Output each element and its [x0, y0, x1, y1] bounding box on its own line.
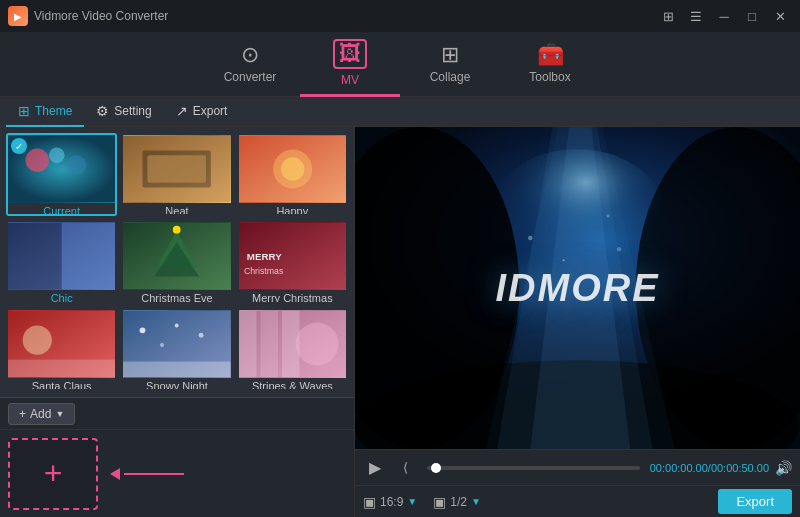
- logo-icon: ▶: [14, 11, 22, 22]
- menu-button[interactable]: ☰: [684, 6, 708, 26]
- aspect-ratio-button[interactable]: ▣ 16:9 ▼: [363, 494, 417, 510]
- theme-item-neat[interactable]: Neat: [121, 133, 232, 216]
- theme-thumb-snowy: [123, 310, 230, 378]
- theme-label-current: Current: [8, 203, 115, 216]
- arrow-indicator: [110, 468, 184, 480]
- export-sub-label: Export: [193, 104, 228, 118]
- resolution-button[interactable]: ▣ 1/2 ▼: [433, 494, 481, 510]
- theme-thumb-stripes: [239, 310, 346, 378]
- theme-item-chic[interactable]: Chic: [6, 220, 117, 303]
- arrow-line: [124, 473, 184, 475]
- resolution-dropdown-icon: ▼: [471, 496, 481, 507]
- theme-label-santa: Santa Claus: [8, 378, 115, 391]
- svg-point-26: [199, 332, 204, 337]
- svg-point-42: [528, 236, 532, 240]
- svg-point-41: [488, 149, 666, 282]
- theme-thumb-happy: [239, 135, 346, 203]
- tab-converter[interactable]: ⊙ Converter: [200, 32, 300, 97]
- subtab-theme[interactable]: ⊞ Theme: [6, 97, 84, 127]
- maximize-button[interactable]: □: [740, 6, 764, 26]
- theme-thumb-christmas: [123, 222, 230, 290]
- ratio-dropdown-icon: ▼: [407, 496, 417, 507]
- minimize-button[interactable]: ─: [712, 6, 736, 26]
- theme-label-chic: Chic: [8, 290, 115, 303]
- export-button[interactable]: Export: [718, 489, 792, 514]
- collage-icon: ⊞: [441, 44, 459, 66]
- converter-icon: ⊙: [241, 44, 259, 66]
- svg-point-1: [26, 149, 49, 172]
- themes-grid: ✓ Current Neat: [0, 127, 354, 397]
- app-title: Vidmore Video Converter: [34, 9, 168, 23]
- add-dropdown-icon: ▼: [55, 409, 64, 419]
- toolbox-icon: 🧰: [537, 44, 564, 66]
- left-panel: ✓ Current Neat: [0, 127, 355, 517]
- svg-rect-30: [239, 310, 257, 376]
- svg-text:Christmas: Christmas: [244, 266, 284, 276]
- theme-label-merry: Merry Christmas: [239, 290, 346, 303]
- theme-thumb-merry: MERRY Christmas: [239, 222, 346, 290]
- theme-thumb-santa: [8, 310, 115, 378]
- tab-toolbox[interactable]: 🧰 Toolbox: [500, 32, 600, 97]
- volume-icon[interactable]: 🔊: [775, 460, 792, 476]
- active-check: ✓: [11, 138, 27, 154]
- svg-point-24: [140, 327, 146, 333]
- theme-label-christmas: Christmas Eve: [123, 290, 230, 303]
- mv-label: MV: [341, 73, 359, 87]
- toolbox-label: Toolbox: [529, 70, 570, 84]
- clip-plus-icon: +: [44, 455, 63, 492]
- svg-point-25: [175, 323, 179, 327]
- play-icon: ▶: [369, 458, 381, 477]
- svg-rect-6: [148, 155, 207, 182]
- bottom-controls: ▣ 16:9 ▼ ▣ 1/2 ▼ Export: [355, 485, 800, 517]
- theme-thumb-neat: [123, 135, 230, 203]
- theme-label-snowy: Snowy Night: [123, 378, 230, 391]
- clip-add-placeholder[interactable]: +: [8, 438, 98, 510]
- theme-label-neat: Neat: [123, 203, 230, 216]
- close-button[interactable]: ✕: [768, 6, 792, 26]
- add-plus-icon: +: [19, 407, 26, 421]
- play-button[interactable]: ▶: [363, 456, 387, 480]
- theme-item-santa-claus[interactable]: Santa Claus: [6, 308, 117, 391]
- svg-point-33: [295, 322, 338, 365]
- preview-area: IDMORE: [355, 127, 800, 449]
- tab-mv[interactable]: 🖼 MV: [300, 32, 400, 97]
- progress-thumb[interactable]: [431, 463, 441, 473]
- theme-label-stripes: Stripes & Waves: [239, 378, 346, 391]
- step-back-button[interactable]: ⟨: [393, 456, 417, 480]
- add-button[interactable]: + Add ▼: [8, 403, 75, 425]
- time-display: 00:00:00.00/00:00:50.00: [650, 462, 769, 474]
- theme-item-christmas-eve[interactable]: Christmas Eve: [121, 220, 232, 303]
- svg-point-45: [617, 247, 621, 251]
- add-label: Add: [30, 407, 51, 421]
- theme-label: Theme: [35, 104, 72, 118]
- content-area: ✓ Current Neat: [0, 127, 800, 517]
- theme-item-happy[interactable]: Happy: [237, 133, 348, 216]
- app-logo: ▶: [8, 6, 28, 26]
- svg-text:MERRY: MERRY: [246, 251, 281, 262]
- theme-label-happy: Happy: [239, 203, 346, 216]
- svg-rect-28: [123, 361, 230, 377]
- clips-area: +: [0, 430, 354, 517]
- title-bar-left: ▶ Vidmore Video Converter: [8, 6, 168, 26]
- svg-point-43: [606, 214, 609, 217]
- right-panel: IDMORE ▶ ⟨ 00:00:00.00/00:00:50.00 🔊 ▣ 1…: [355, 127, 800, 517]
- svg-rect-11: [8, 223, 62, 289]
- svg-point-16: [173, 226, 181, 234]
- ratio-value: 16:9: [380, 495, 403, 509]
- add-bar: + Add ▼: [0, 398, 354, 430]
- svg-point-27: [160, 343, 164, 347]
- progress-bar[interactable]: [427, 466, 640, 470]
- subtab-setting[interactable]: ⚙ Setting: [84, 97, 163, 127]
- svg-rect-12: [62, 223, 116, 289]
- tile-button[interactable]: ⊞: [656, 6, 680, 26]
- tab-collage[interactable]: ⊞ Collage: [400, 32, 500, 97]
- theme-item-stripes-waves[interactable]: Stripes & Waves: [237, 308, 348, 391]
- subtab-export[interactable]: ↗ Export: [164, 97, 240, 127]
- svg-point-44: [563, 259, 565, 261]
- svg-rect-22: [8, 359, 115, 377]
- svg-point-21: [23, 325, 52, 354]
- theme-item-current[interactable]: ✓ Current: [6, 133, 117, 216]
- theme-item-snowy-night[interactable]: Snowy Night: [121, 308, 232, 391]
- theme-item-merry-christmas[interactable]: MERRY Christmas Merry Christmas: [237, 220, 348, 303]
- converter-label: Converter: [224, 70, 277, 84]
